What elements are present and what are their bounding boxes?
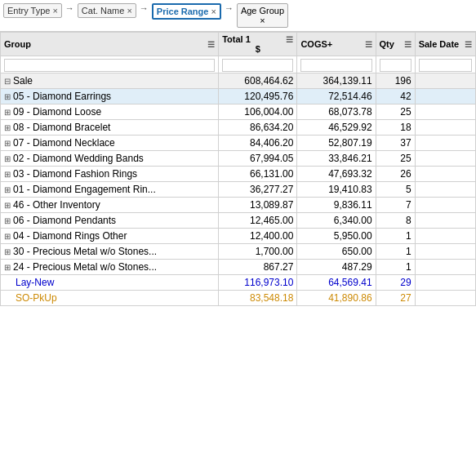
row-total-value: 12,465.00 (250, 215, 293, 226)
expand-icon[interactable]: ⊞ (4, 247, 11, 256)
row-group-cell: ⊞01 - Diamond Engagement Rin... (1, 182, 219, 198)
row-qty-value: 37 (400, 137, 411, 149)
expand-icon[interactable]: ⊞ (4, 139, 11, 148)
cogs-filter-input[interactable] (300, 59, 371, 72)
row-group-cell: ⊞03 - Diamond Fashion Rings (1, 167, 219, 182)
row-total-cell: 84,406.20 (219, 136, 297, 151)
row-total-value: 120,495.76 (244, 91, 293, 102)
row-saledate-cell (415, 120, 475, 136)
col-total-label: Total 1 (222, 34, 251, 44)
row-qty-cell: 26 (376, 167, 415, 182)
row-cogs-value: 41,890.86 (328, 292, 371, 304)
row-total-value: 106,004.00 (244, 106, 293, 118)
age-group-close[interactable]: × (260, 16, 265, 25)
price-range-close[interactable]: × (211, 7, 216, 16)
filter-input-row (1, 56, 476, 73)
entry-type-chip[interactable]: Entry Type × (3, 3, 62, 18)
expand-icon[interactable]: ⊞ (4, 232, 11, 241)
cat-name-chip[interactable]: Cat. Name × (78, 3, 136, 18)
row-cogs-value: 52,807.19 (328, 137, 371, 149)
total-filter-cell (219, 56, 297, 73)
row-group-label: 07 - Diamond Necklace (13, 137, 115, 149)
row-qty-cell: 27 (376, 291, 415, 306)
row-saledate-cell (415, 73, 475, 89)
row-total-value: 1,700.00 (256, 246, 294, 257)
row-cogs-cell: 9,836.11 (297, 198, 376, 213)
row-total-value: 116,973.10 (244, 277, 293, 288)
col-total-menu-icon[interactable]: ☰ (286, 35, 293, 44)
row-group-label: 09 - Diamond Loose (13, 106, 101, 118)
row-total-cell: 867.27 (219, 260, 297, 275)
row-cogs-value: 33,846.21 (328, 153, 371, 164)
table-row: ⊞09 - Diamond Loose106,004.0068,073.7825 (1, 104, 476, 120)
row-qty-cell: 25 (376, 151, 415, 167)
table-row: ⊞04 - Diamond Rings Other12,400.005,950.… (1, 229, 476, 244)
saledate-filter-input[interactable] (419, 59, 472, 72)
row-total-value: 66,131.00 (250, 168, 293, 180)
expand-icon[interactable]: ⊞ (4, 108, 11, 117)
collapse-icon[interactable]: ⊟ (4, 77, 11, 86)
row-qty-value: 7 (406, 199, 411, 211)
row-qty-value: 8 (406, 215, 411, 226)
row-group-cell: ⊟Sale (1, 73, 219, 89)
col-group-menu-icon[interactable]: ☰ (207, 40, 215, 49)
col-qty: Qty ☰ (376, 33, 415, 56)
age-group-label: Age Group (241, 6, 284, 16)
arrow-sep-2: → (140, 3, 149, 13)
row-group-cell: ⊞08 - Diamond Bracelet (1, 120, 219, 136)
total-filter-input[interactable] (222, 59, 293, 72)
age-group-chip[interactable]: Age Group × (237, 3, 288, 28)
expand-icon[interactable]: ⊞ (4, 185, 11, 194)
row-total-cell: 12,400.00 (219, 229, 297, 244)
row-group-label: 05 - Diamond Earrings (13, 91, 111, 102)
row-qty-cell: 18 (376, 120, 415, 136)
row-cogs-value: 68,073.78 (328, 106, 371, 118)
col-total: Total 1 ☰ $ (219, 33, 297, 56)
expand-icon[interactable]: ⊞ (4, 92, 11, 101)
table-row: Lay-New116,973.1064,569.4129 (1, 275, 476, 291)
row-group-label: 06 - Diamond Pendants (13, 215, 116, 226)
expand-icon[interactable]: ⊞ (4, 170, 11, 179)
row-cogs-cell: 64,569.41 (297, 275, 376, 291)
row-saledate-cell (415, 229, 475, 244)
row-saledate-cell (415, 104, 475, 120)
col-qty-label: Qty (380, 39, 394, 49)
table-row: ⊞30 - Precious Metal w/o Stones...1,700.… (1, 244, 476, 260)
row-group-cell: ⊞09 - Diamond Loose (1, 104, 219, 120)
price-range-chip[interactable]: Price Range × (152, 3, 221, 20)
row-total-cell: 66,131.00 (219, 167, 297, 182)
row-cogs-value: 47,693.32 (328, 168, 371, 180)
expand-icon[interactable]: ⊞ (4, 123, 11, 132)
row-cogs-value: 72,514.46 (328, 91, 371, 102)
col-cogs-menu-icon[interactable]: ☰ (365, 40, 372, 49)
row-group-cell: ⊞07 - Diamond Necklace (1, 136, 219, 151)
entry-type-label: Entry Type (7, 6, 50, 16)
arrow-sep-1: → (65, 3, 74, 13)
col-qty-menu-icon[interactable]: ☰ (404, 40, 411, 49)
row-group-label: Sale (13, 75, 33, 87)
row-total-cell: 67,994.05 (219, 151, 297, 167)
row-group-label: 03 - Diamond Fashion Rings (13, 168, 137, 180)
group-filter-input[interactable] (4, 59, 215, 72)
row-qty-value: 26 (400, 168, 411, 180)
cat-name-close[interactable]: × (127, 6, 131, 16)
col-saledate-menu-icon[interactable]: ☰ (465, 40, 472, 49)
row-total-value: 83,548.18 (250, 292, 293, 304)
row-saledate-cell (415, 260, 475, 275)
row-qty-cell: 29 (376, 275, 415, 291)
row-total-value: 67,994.05 (250, 153, 293, 164)
table-row: ⊞08 - Diamond Bracelet86,634.2046,529.92… (1, 120, 476, 136)
row-total-cell: 1,700.00 (219, 244, 297, 260)
row-total-value: 867.27 (264, 261, 294, 273)
expand-icon[interactable]: ⊞ (4, 263, 11, 272)
qty-filter-input[interactable] (380, 59, 411, 72)
entry-type-close[interactable]: × (52, 6, 57, 16)
row-cogs-cell: 68,073.78 (297, 104, 376, 120)
row-qty-cell: 8 (376, 213, 415, 229)
col-cogs-label: COGS+ (300, 39, 332, 49)
row-qty-cell: 5 (376, 182, 415, 198)
expand-icon[interactable]: ⊞ (4, 154, 11, 163)
expand-icon[interactable]: ⊞ (4, 201, 11, 210)
expand-icon[interactable]: ⊞ (4, 216, 11, 225)
row-cogs-cell: 47,693.32 (297, 167, 376, 182)
